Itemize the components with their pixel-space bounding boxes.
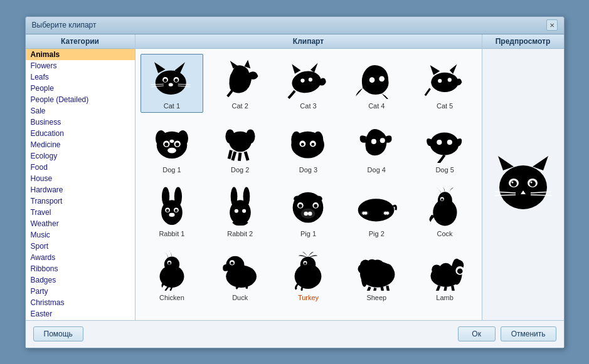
- svg-point-36: [225, 129, 235, 143]
- clipart-item-duck[interactable]: Duck: [208, 246, 272, 304]
- svg-point-18: [309, 78, 312, 81]
- help-button[interactable]: Помощь: [33, 326, 83, 341]
- clipart-label-rabbit1: Rabbit 1: [159, 230, 184, 237]
- sidebar-item-people-detailed[interactable]: People (Detailed): [26, 94, 135, 105]
- sidebar-item-ribbons[interactable]: Ribbons: [26, 263, 135, 274]
- clipart-icon-rabbit1: [147, 185, 197, 229]
- sidebar-item-business[interactable]: Business: [26, 117, 135, 128]
- clipart-label-dog2: Dog 2: [231, 166, 249, 174]
- clipart-item-rabbit1[interactable]: Rabbit 1: [141, 182, 204, 241]
- clipart-item-pig1[interactable]: Pig 1: [277, 182, 340, 241]
- svg-marker-129: [498, 156, 514, 170]
- clipart-item-lamb[interactable]: Lamb: [413, 246, 477, 304]
- svg-point-103: [304, 263, 307, 265]
- clipart-item-sheep[interactable]: Sheep: [345, 246, 408, 304]
- clipart-label-sheep: Sheep: [366, 294, 386, 301]
- sidebar-item-easter[interactable]: Easter: [26, 308, 135, 320]
- sidebar-item-house[interactable]: House: [26, 173, 135, 184]
- category-list: AnimalsFlowersLeafsPeoplePeople (Detaile…: [26, 49, 135, 320]
- sidebar-item-ecology[interactable]: Ecology: [26, 150, 135, 162]
- svg-line-95: [170, 287, 171, 291]
- clipart-icon-chicken: [147, 249, 197, 293]
- sidebar-item-flowers[interactable]: Flowers: [26, 60, 135, 71]
- svg-point-53: [447, 140, 452, 145]
- clipart-item-cat2[interactable]: Cat 2: [208, 54, 272, 113]
- clipart-item-cat5[interactable]: Cat 5: [413, 54, 477, 113]
- clipart-label-cat2: Cat 2: [232, 102, 248, 110]
- clipart-item-cock[interactable]: Cock: [413, 182, 477, 241]
- svg-point-93: [168, 262, 171, 264]
- svg-point-75: [294, 195, 302, 202]
- sidebar-item-sale[interactable]: Sale: [26, 105, 135, 117]
- svg-point-65: [235, 209, 238, 213]
- svg-line-39: [239, 153, 240, 161]
- sidebar-item-party[interactable]: Party: [26, 286, 135, 297]
- sidebar-item-sport[interactable]: Sport: [26, 241, 135, 252]
- sidebar-item-music[interactable]: Music: [26, 229, 135, 241]
- svg-point-107: [379, 264, 394, 278]
- clipart-item-dog4[interactable]: Dog 4: [345, 118, 408, 177]
- svg-point-6: [174, 79, 178, 82]
- sidebar-item-transport[interactable]: Transport: [26, 195, 135, 207]
- clipart-icon-cat4: [351, 57, 401, 101]
- sidebar-item-medicine[interactable]: Medicine: [26, 139, 135, 150]
- svg-point-51: [430, 132, 459, 155]
- sidebar-item-awards[interactable]: Awards: [26, 252, 135, 263]
- svg-point-124: [457, 268, 463, 274]
- content-area: Категории AnimalsFlowersLeafsPeoplePeopl…: [26, 34, 564, 320]
- sidebar-item-education[interactable]: Education: [26, 128, 135, 139]
- ok-button[interactable]: Ок: [458, 326, 496, 341]
- sidebar-item-leafs[interactable]: Leafs: [26, 71, 135, 83]
- clipart-item-rabbit2[interactable]: Rabbit 2: [208, 182, 272, 241]
- clipart-label-cat3: Cat 3: [300, 102, 316, 110]
- sidebar-item-travel[interactable]: Travel: [26, 207, 135, 218]
- svg-line-126: [445, 287, 446, 291]
- sidebar-item-people[interactable]: People: [26, 83, 135, 94]
- svg-point-61: [169, 213, 174, 217]
- sidebar-item-badges[interactable]: Badges: [26, 274, 135, 286]
- svg-point-20: [379, 76, 385, 82]
- close-button[interactable]: ✕: [546, 19, 558, 31]
- clipart-item-pig2[interactable]: Pig 2: [345, 182, 408, 241]
- clipart-icon-pig2: [351, 185, 401, 229]
- svg-line-125: [437, 286, 439, 291]
- svg-point-50: [380, 138, 385, 143]
- svg-point-64: [243, 187, 250, 207]
- clipart-icon-dog4: [351, 121, 401, 165]
- clipart-item-dog3[interactable]: Dog 3: [277, 118, 340, 177]
- clipart-label-turkey: Turkey: [298, 294, 319, 301]
- sidebar-item-animals[interactable]: Animals: [26, 49, 135, 60]
- svg-point-19: [369, 77, 375, 83]
- svg-point-5: [164, 79, 167, 82]
- svg-point-55: [162, 187, 169, 207]
- svg-point-25: [448, 78, 452, 81]
- svg-point-109: [366, 259, 378, 271]
- sidebar-item-hardware[interactable]: Hardware: [26, 184, 135, 195]
- sidebar-item-food[interactable]: Food: [26, 162, 135, 173]
- clipart-item-chicken[interactable]: Chicken: [141, 246, 204, 304]
- clipart-item-dog5[interactable]: Dog 5: [413, 118, 477, 177]
- svg-marker-16: [310, 63, 318, 73]
- clipart-item-dog1[interactable]: Dog 1: [141, 118, 204, 177]
- svg-point-17: [301, 79, 305, 83]
- svg-line-115: [388, 286, 389, 291]
- clipart-item-turkey[interactable]: Turkey: [277, 246, 340, 304]
- clipart-item-dog2[interactable]: Dog 2: [208, 118, 272, 177]
- clipart-icon-cock: [420, 185, 470, 229]
- sidebar-item-weather[interactable]: Weather: [26, 218, 135, 229]
- cancel-button[interactable]: Отменить: [501, 326, 556, 341]
- right-panel: Предпросмотр: [482, 34, 564, 320]
- clipart-icon-turkey: [283, 249, 333, 293]
- svg-marker-1: [154, 62, 166, 73]
- clipart-item-cat4[interactable]: Cat 4: [345, 54, 408, 113]
- svg-point-76: [314, 195, 322, 202]
- clipart-item-cat3[interactable]: Cat 3: [277, 54, 340, 113]
- clipart-icon-dog2: [215, 121, 265, 165]
- sidebar-item-christmas[interactable]: Christmas: [26, 297, 135, 308]
- clipart-label-rabbit2: Rabbit 2: [227, 230, 253, 237]
- clipart-label-cock: Cock: [437, 230, 453, 237]
- clipart-grid-container: Cat 1Cat 2Cat 3Cat 4Cat 5Dog 1Dog 2Dog 3…: [135, 49, 482, 320]
- svg-point-99: [230, 262, 233, 265]
- clipart-item-cat1[interactable]: Cat 1: [141, 54, 204, 113]
- svg-marker-15: [292, 64, 301, 74]
